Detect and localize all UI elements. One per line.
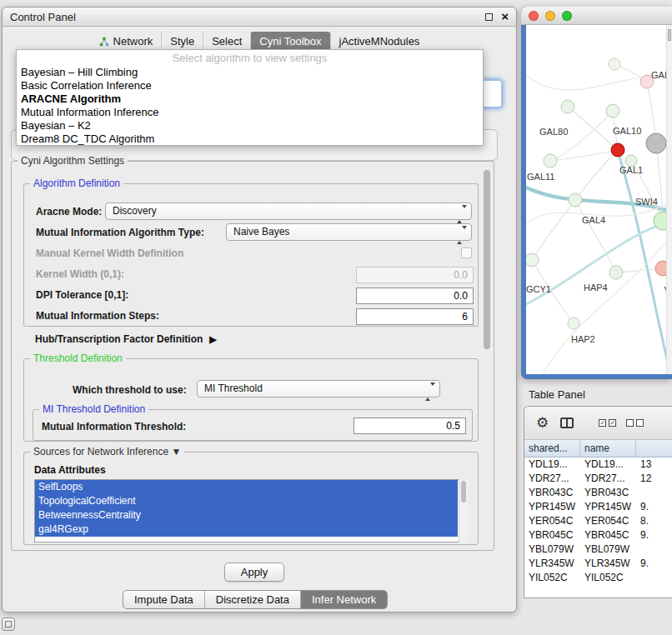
tab-select[interactable]: Select <box>203 32 250 51</box>
tab-style[interactable]: Style <box>161 32 203 51</box>
network-node[interactable] <box>606 104 619 118</box>
network-edge[interactable] <box>550 150 618 161</box>
dpi-tolerance-field[interactable]: 0.0 <box>356 288 474 304</box>
attribute-item[interactable]: BetweennessCentrality <box>35 508 458 522</box>
algorithm-option[interactable]: ARACNE Algorithm <box>17 92 483 106</box>
mi-steps-label: Mutual Information Steps: <box>36 310 159 322</box>
table-row[interactable]: YDR27...YDR27...12 <box>524 472 672 486</box>
tab-label: Network <box>113 35 153 48</box>
gear-icon[interactable]: ⚙ <box>536 414 549 432</box>
network-scrollbar[interactable] <box>666 25 672 374</box>
attribute-item[interactable]: TopologicalCoefficient <box>35 494 458 508</box>
attributes-list[interactable]: SelfLoopsTopologicalCoefficientBetweenne… <box>34 479 468 542</box>
table-row[interactable]: YLR345WYLR345W9. <box>524 557 672 571</box>
network-node[interactable] <box>611 143 624 157</box>
close-icon[interactable]: × <box>501 11 509 22</box>
network-node[interactable] <box>609 58 620 70</box>
table-body: YDL19...YDL19...13YDR27...YDR27...12YBR0… <box>524 458 672 598</box>
tab-jactivemnodules[interactable]: jActiveMNodules <box>330 32 429 51</box>
table-row[interactable]: YER054CYER054C8. <box>524 514 672 528</box>
sources-group-title[interactable]: Sources for Network Inference ▼ <box>30 446 184 458</box>
network-edge[interactable] <box>543 242 666 374</box>
attribute-item[interactable]: SelfLoops <box>35 480 458 494</box>
table-row[interactable]: YIL052CYIL052C <box>524 571 672 585</box>
kernel-width-field[interactable]: 0.0 <box>356 267 474 283</box>
close-light-icon[interactable] <box>529 11 539 21</box>
mi-threshold-field[interactable]: 0.5 <box>354 418 466 434</box>
deselect-all-columns-icon[interactable] <box>626 419 644 427</box>
algorithm-definition-title: Algorithm Definition <box>30 178 123 189</box>
scrollbar-thumb[interactable] <box>461 481 466 502</box>
table-panel-window: ⚙ ✓ ✓ shared... name YDL19...YDL19...13Y… <box>524 406 672 598</box>
node-label: GAL4 <box>582 215 605 225</box>
collapsed-panel-icon[interactable] <box>2 618 15 631</box>
network-node[interactable] <box>526 253 539 267</box>
algorithm-option[interactable]: Bayesian – K2 <box>17 119 483 132</box>
node-label: GAL80 <box>539 127 568 137</box>
network-node[interactable] <box>569 193 582 207</box>
algorithm-option[interactable]: Dream8 DC_TDC Algorithm <box>17 132 483 146</box>
table-row[interactable]: YBR045CYBR045C9. <box>524 528 672 542</box>
algorithm-option[interactable]: Bayesian – Hill Climbing <box>17 66 483 79</box>
which-threshold-combo[interactable]: MI Threshold <box>197 380 440 398</box>
zoom-light-icon[interactable] <box>562 11 572 21</box>
node-label: SWI4 <box>635 197 658 207</box>
control-panel-titlebar[interactable]: Control Panel × <box>3 8 516 27</box>
table-panel-title: Table Panel <box>529 388 585 401</box>
tab-infer-network[interactable]: Infer Network <box>300 591 387 608</box>
network-edge[interactable] <box>619 157 666 362</box>
settings-scrollbar[interactable] <box>484 168 491 543</box>
tab-cyni-toolbox[interactable]: Cyni Toolbox <box>250 32 329 51</box>
manual-kernel-width-checkbox[interactable] <box>461 248 472 258</box>
kernel-width-label: Kernel Width (0,1): <box>36 268 124 280</box>
tab-network[interactable]: Network <box>91 32 162 51</box>
node-label: HAP2 <box>571 334 595 344</box>
network-node[interactable] <box>561 100 574 113</box>
network-node[interactable] <box>646 133 666 153</box>
network-node[interactable] <box>568 318 579 329</box>
bottom-tab-bar: Impute Data Discretize Data Infer Networ… <box>123 590 388 609</box>
column-header-shared-name[interactable]: shared... <box>524 440 580 457</box>
algorithm-option[interactable]: Basic Correlation Inference <box>17 79 483 92</box>
table-row[interactable]: YBR043CYBR043C <box>524 486 672 500</box>
table-header: shared... name <box>524 440 672 458</box>
table-row[interactable]: YBL079WYBL079W <box>524 542 672 557</box>
network-node[interactable] <box>655 261 666 276</box>
network-edge[interactable] <box>575 150 618 200</box>
apply-button[interactable]: Apply <box>224 562 284 582</box>
network-edge[interactable] <box>532 200 575 260</box>
select-all-columns-icon[interactable]: ✓ ✓ <box>599 419 616 427</box>
column-header-name[interactable]: name <box>580 440 636 457</box>
hub-transcription-factor-toggle[interactable]: Hub/Transcription Factor Definition ▶ <box>35 333 217 345</box>
network-canvas[interactable]: GALGAL80GAL10GAL11GAL1SWI4GAL4GCY1HAP4YH… <box>526 25 672 374</box>
tab-impute-data[interactable]: Impute Data <box>123 591 204 608</box>
mi-steps-field[interactable]: 6 <box>356 308 474 325</box>
column-header-cut[interactable] <box>636 440 672 457</box>
scrollbar-thumb[interactable] <box>668 29 671 41</box>
node-label: GAL10 <box>613 126 641 136</box>
table-row[interactable]: YPR145WYPR145W9. <box>524 500 672 514</box>
mi-threshold-label: Mutual Information Threshold: <box>42 421 186 432</box>
network-node[interactable] <box>544 154 557 168</box>
network-node[interactable] <box>609 266 623 279</box>
threshold-definition-group: Threshold Definition Which threshold to … <box>23 358 479 442</box>
dropdown-hint: Select algorithm to view settings <box>17 52 483 66</box>
network-svg[interactable]: GALGAL80GAL10GAL11GAL1SWI4GAL4GCY1HAP4YH… <box>526 25 666 374</box>
aracne-mode-combo[interactable]: Discovery <box>105 202 472 220</box>
mi-threshold-definition-title: MI Threshold Definition <box>39 403 148 415</box>
network-edge[interactable] <box>526 75 651 90</box>
attribute-item[interactable]: gal4RGexp <box>35 522 458 537</box>
mi-algorithm-type-combo[interactable]: Naive Bayes <box>226 223 472 241</box>
columns-icon[interactable] <box>560 418 574 428</box>
table-row[interactable]: YDL19...YDL19...13 <box>524 458 672 472</box>
network-window-titlebar[interactable] <box>521 7 672 25</box>
scrollbar-thumb[interactable] <box>484 170 490 349</box>
minimize-light-icon[interactable] <box>545 11 555 21</box>
float-window-icon[interactable] <box>485 13 493 21</box>
sources-group: Sources for Network Inference ▼ Data Att… <box>23 452 479 545</box>
attributes-list-scrollbar[interactable] <box>459 479 468 542</box>
which-threshold-label: Which threshold to use: <box>73 384 187 396</box>
algorithm-definition-group: Algorithm Definition Aracne Mode: Discov… <box>23 183 479 327</box>
tab-discretize-data[interactable]: Discretize Data <box>204 591 300 608</box>
algorithm-option[interactable]: Mutual Information Inference <box>17 106 483 119</box>
